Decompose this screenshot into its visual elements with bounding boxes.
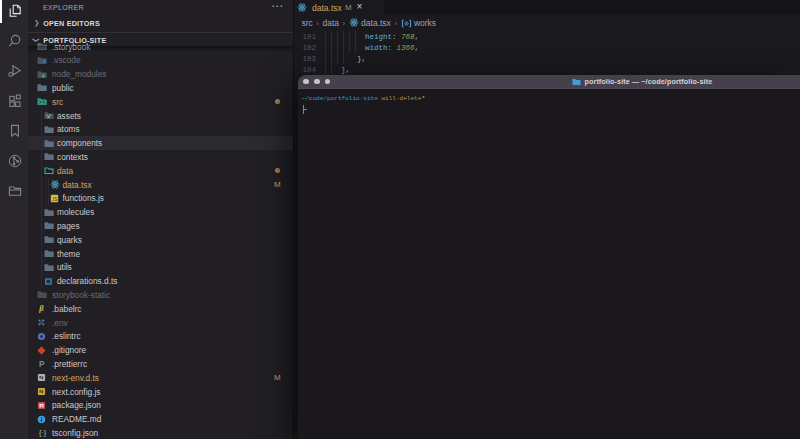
svg-text:P: P bbox=[39, 360, 45, 369]
svg-text:JS: JS bbox=[51, 196, 58, 202]
svg-text:{·}: {·} bbox=[39, 428, 47, 437]
svg-text:β: β bbox=[38, 305, 44, 314]
